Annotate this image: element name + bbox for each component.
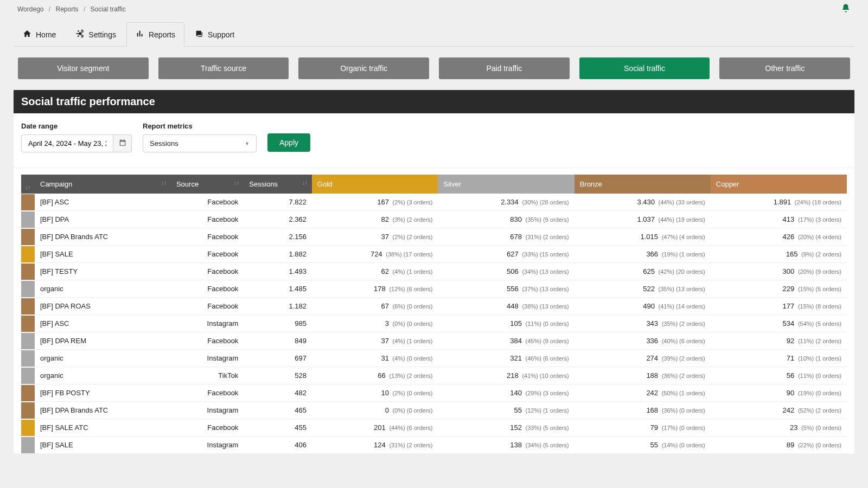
cell-silver: 627 (33%) (15 orders) <box>438 246 574 263</box>
cell-source: Instagram <box>171 350 244 367</box>
cell-silver: 556 (37%) (13 orders) <box>438 280 574 298</box>
date-range-label: Date range <box>21 122 132 130</box>
cell-bronze: 336 (40%) (6 orders) <box>575 332 711 350</box>
cell-source: Facebook <box>171 384 244 402</box>
cell-source: Facebook <box>171 280 244 298</box>
cell-silver: 2.334 (30%) (28 orders) <box>438 194 574 211</box>
cell-silver: 105 (11%) (0 orders) <box>438 315 574 332</box>
cell-bronze: 1.015 (47%) (4 orders) <box>575 228 711 246</box>
cell-sessions: 1.182 <box>244 298 312 315</box>
svg-point-1 <box>81 33 82 35</box>
breadcrumb-item[interactable]: Wordego <box>17 5 43 13</box>
sub-tab-traffic-source[interactable]: Traffic source <box>158 57 289 79</box>
cell-gold: 167 (2%) (3 orders) <box>312 194 438 211</box>
col-bronze[interactable]: Bronze <box>575 175 711 194</box>
sub-tab-paid-traffic[interactable]: Paid traffic <box>439 57 570 79</box>
cell-source: Facebook <box>171 263 244 280</box>
row-swatch <box>21 298 35 315</box>
table-row: [BF] ASCInstagram9853 (0%) (0 orders)105… <box>21 315 847 332</box>
cell-campaign: [BF] SALE <box>35 436 171 454</box>
cell-campaign: organic <box>35 350 171 367</box>
cell-source: Facebook <box>171 419 244 436</box>
row-swatch <box>21 315 35 332</box>
sub-tab-social-traffic[interactable]: Social traffic <box>579 57 710 79</box>
report-sub-tabs: Visitor segmentTraffic sourceOrganic tra… <box>14 57 854 79</box>
cell-silver: 384 (45%) (9 orders) <box>438 332 574 350</box>
cell-campaign: [BF] SALE <box>35 246 171 263</box>
calendar-icon <box>119 139 126 148</box>
cell-bronze: 3.430 (44%) (33 orders) <box>575 194 711 211</box>
performance-table: Campaign Source Sessions Gold Silver Bro… <box>21 175 847 454</box>
cell-campaign: [BF] SALE ATC <box>35 419 171 436</box>
cell-source: Facebook <box>171 298 244 315</box>
svg-point-0 <box>78 30 79 32</box>
cell-sessions: 7.822 <box>244 194 312 211</box>
cell-sessions: 2.362 <box>244 211 312 228</box>
cell-campaign: [BF] DPA <box>35 211 171 228</box>
cell-silver: 218 (41%) (10 orders) <box>438 367 574 384</box>
col-campaign[interactable]: Campaign <box>35 175 171 194</box>
table-row: [BF] FB POSTYFacebook48210 (2%) (0 order… <box>21 384 847 402</box>
cell-copper: 242 (52%) (2 orders) <box>711 402 847 419</box>
sub-tab-other-traffic[interactable]: Other traffic <box>719 57 850 79</box>
cell-sessions: 455 <box>244 419 312 436</box>
breadcrumb: Wordego / Reports / Social traffic <box>17 5 126 13</box>
metrics-select[interactable]: Sessions ▼ <box>143 134 257 152</box>
reports-icon <box>136 29 144 40</box>
cell-copper: 177 (15%) (8 orders) <box>711 298 847 315</box>
col-gold[interactable]: Gold <box>312 175 438 194</box>
cell-silver: 55 (12%) (1 orders) <box>438 402 574 419</box>
col-sessions[interactable]: Sessions <box>244 175 312 194</box>
nav-tab-support[interactable]: Support <box>186 22 244 46</box>
cell-sessions: 985 <box>244 315 312 332</box>
nav-tab-label: Support <box>208 30 234 39</box>
date-range-input[interactable] <box>21 134 113 152</box>
settings-icon <box>75 29 84 40</box>
row-swatch <box>21 436 35 454</box>
cell-sessions: 1.493 <box>244 263 312 280</box>
cell-bronze: 1.037 (44%) (19 orders) <box>575 211 711 228</box>
col-copper[interactable]: Copper <box>711 175 847 194</box>
col-source[interactable]: Source <box>171 175 244 194</box>
cell-gold: 31 (4%) (0 orders) <box>312 350 438 367</box>
cell-bronze: 188 (36%) (2 orders) <box>575 367 711 384</box>
breadcrumb-item[interactable]: Reports <box>56 5 79 13</box>
table-row: [BF] SALEFacebook1.882724 (38%) (17 orde… <box>21 246 847 263</box>
cell-silver: 448 (38%) (13 orders) <box>438 298 574 315</box>
cell-sessions: 1.882 <box>244 246 312 263</box>
nav-tab-reports[interactable]: Reports <box>126 22 184 47</box>
col-swatch[interactable] <box>21 175 35 194</box>
nav-tab-settings[interactable]: Settings <box>66 22 125 46</box>
cell-campaign: [BF] FB POSTY <box>35 384 171 402</box>
cell-sessions: 697 <box>244 350 312 367</box>
cell-campaign: [BF] TESTY <box>35 263 171 280</box>
cell-source: Instagram <box>171 315 244 332</box>
metrics-label: Report metrics <box>143 122 257 130</box>
support-icon <box>195 29 203 40</box>
cell-campaign: [BF] DPA Brands ATC <box>35 402 171 419</box>
table-row: [BF] DPAFacebook2.36282 (3%) (2 orders)8… <box>21 211 847 228</box>
cell-copper: 23 (5%) (0 orders) <box>711 419 847 436</box>
cell-copper: 426 (20%) (4 orders) <box>711 228 847 246</box>
row-swatch <box>21 263 35 280</box>
row-swatch <box>21 402 35 419</box>
cell-copper: 229 (15%) (5 orders) <box>711 280 847 298</box>
cell-campaign: organic <box>35 280 171 298</box>
col-silver[interactable]: Silver <box>438 175 574 194</box>
nav-tab-label: Settings <box>88 30 116 39</box>
apply-button[interactable]: Apply <box>267 133 310 152</box>
calendar-button[interactable] <box>113 134 132 152</box>
cell-gold: 37 (2%) (2 orders) <box>312 228 438 246</box>
sub-tab-organic-traffic[interactable]: Organic traffic <box>298 57 429 79</box>
cell-copper: 71 (10%) (1 orders) <box>711 350 847 367</box>
table-row: [BF] DPA REMFacebook84937 (4%) (1 orders… <box>21 332 847 350</box>
cell-copper: 90 (19%) (0 orders) <box>711 384 847 402</box>
table-row: [BF] DPA ROASFacebook1.18267 (6%) (0 ord… <box>21 298 847 315</box>
nav-tab-home[interactable]: Home <box>14 22 65 46</box>
cell-sessions: 1.485 <box>244 280 312 298</box>
row-swatch <box>21 332 35 350</box>
chevron-down-icon: ▼ <box>245 141 250 146</box>
cell-copper: 1.891 (24%) (18 orders) <box>711 194 847 211</box>
sub-tab-visitor-segment[interactable]: Visitor segment <box>18 57 149 79</box>
notifications-icon[interactable] <box>841 3 851 15</box>
